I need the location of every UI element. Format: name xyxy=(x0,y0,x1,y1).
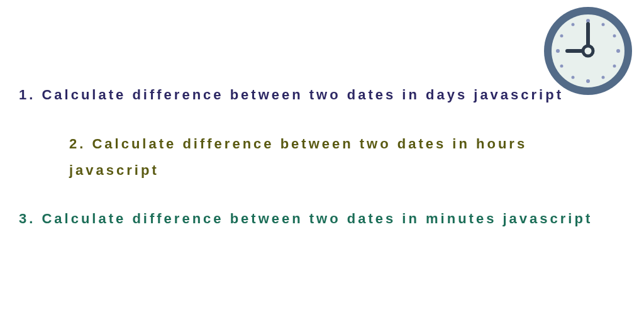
svg-point-16 xyxy=(583,46,593,56)
svg-point-5 xyxy=(616,49,620,53)
svg-point-8 xyxy=(613,65,616,68)
svg-point-12 xyxy=(560,35,564,38)
svg-point-10 xyxy=(572,76,575,79)
svg-point-13 xyxy=(572,23,575,26)
svg-point-6 xyxy=(602,23,605,26)
svg-point-7 xyxy=(613,35,616,38)
list-item-2: 2. Calculate difference between two date… xyxy=(69,131,625,184)
list-item-1: 1. Calculate difference between two date… xyxy=(19,82,625,108)
svg-point-4 xyxy=(556,49,560,53)
list-item-3: 3. Calculate difference between two date… xyxy=(19,206,625,232)
svg-point-11 xyxy=(560,65,564,68)
svg-point-9 xyxy=(602,76,605,79)
article-list: 1. Calculate difference between two date… xyxy=(19,82,625,255)
